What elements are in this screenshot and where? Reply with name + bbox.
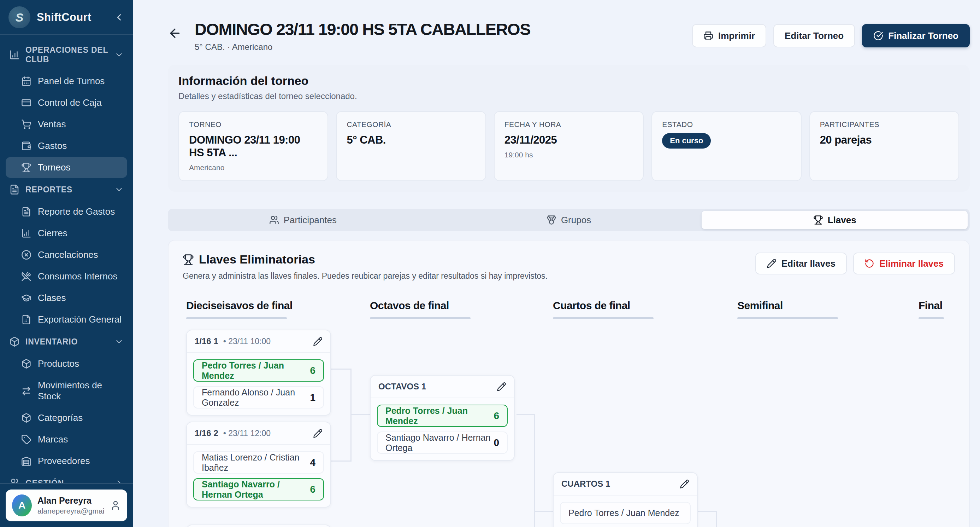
info-card-fecha: FECHA Y HORA 23/11/2025 19:00 hs [494, 111, 644, 181]
edit-tournament-button[interactable]: Editar Torneo [773, 24, 855, 47]
rotate-ccw-icon [864, 259, 874, 268]
printer-icon [703, 31, 713, 41]
nav-section-inventario[interactable]: INVENTARIO [6, 331, 127, 353]
team-score: 4 [310, 457, 315, 468]
team-row[interactable]: Santiago Navarro / Hernan Ortega 0 [377, 431, 508, 454]
team-row-winner[interactable]: Santiago Navarro / Hernan Ortega 6 [193, 478, 324, 500]
sidebar-item-torneos[interactable]: Torneos [6, 157, 127, 178]
bracket-panel: Llaves Eliminatorias Genera y administra… [168, 240, 970, 527]
sidebar-item-marcas[interactable]: Marcas [6, 429, 127, 450]
match-code: 1/16 1 [195, 336, 218, 346]
chevron-down-icon [115, 50, 124, 59]
sidebar-item-productos[interactable]: Productos [6, 353, 127, 374]
team-row-winner[interactable]: Pedro Torres / Juan Mendez 6 [193, 359, 324, 382]
bracket-subtitle: Genera y administra las llaves finales. … [183, 271, 547, 281]
file-text-icon [21, 206, 32, 217]
team-name: Pedro Torres / Juan Mendez [568, 508, 679, 518]
tag-icon [21, 434, 32, 445]
sidebar-item-gastos[interactable]: Gastos [6, 136, 127, 157]
sidebar-item-panel-de-turnos[interactable]: Panel de Turnos [6, 71, 127, 92]
sidebar-item-reporte-de-gastos[interactable]: Reporte de Gastos [6, 201, 127, 222]
nav-section-gestion[interactable]: GESTIÓN [6, 472, 127, 483]
bracket-connector [331, 460, 351, 462]
round-header-dieciseisavos: Dieciseisavos de final [186, 300, 331, 319]
team-row[interactable]: Matias Lorenzo / Cristian Ibañez 4 [193, 451, 324, 474]
delete-bracket-label: Eliminar llaves [879, 258, 943, 269]
round-header-cuartos: Cuartos de final [553, 300, 698, 319]
round-name: Octavos de final [370, 300, 515, 311]
edit-tournament-label: Editar Torneo [784, 30, 844, 42]
edit-match-icon[interactable] [313, 337, 323, 346]
page-header: DOMINGO 23/11 19:00 HS 5TA CABALLEROS 5°… [168, 21, 970, 52]
chevron-down-icon [115, 337, 124, 346]
back-button[interactable] [168, 26, 182, 40]
info-card-label: FECHA Y HORA [504, 120, 633, 129]
match-card-1-16-3: 1/16 3 23/11 10:30 Alan Pereyra / Raul R… [186, 524, 331, 527]
edit-bracket-button[interactable]: Editar llaves [755, 252, 847, 275]
page-title: DOMINGO 23/11 19:00 HS 5TA CABALLEROS [195, 21, 530, 38]
round-header-semifinal: Semifinal [737, 300, 882, 319]
user-email: alanepereyra@gmail.... [37, 507, 105, 515]
check-circle-icon [873, 31, 883, 41]
user-card[interactable]: A Alan Pereyra alanepereyra@gmail.... [6, 490, 127, 521]
sidebar-item-proveedores[interactable]: Proveedores [6, 450, 127, 471]
print-button[interactable]: Imprimir [692, 24, 766, 47]
file-text-icon [9, 184, 20, 195]
tab-llaves[interactable]: Llaves [702, 211, 967, 229]
info-card-torneo: TORNEO DOMINGO 23/11 19:00 HS 5TA ... Am… [178, 111, 328, 181]
sidebar-item-cancelaciones[interactable]: Cancelaciones [6, 244, 127, 265]
nav-section-label: GESTIÓN [25, 479, 64, 484]
sidebar-item-ventas[interactable]: Ventas [6, 114, 127, 135]
pencil-icon [767, 259, 776, 268]
edit-match-icon[interactable] [313, 429, 323, 438]
round-underline [370, 317, 471, 319]
match-card-octavos-1: OCTAVOS 1 Pedro Torres / Juan Mendez 6 S… [370, 375, 515, 461]
sidebar-item-label: Movimientos de Stock [38, 380, 123, 402]
sidebar-item-control-de-caja[interactable]: Control de Caja [6, 92, 127, 113]
sidebar-item-clases[interactable]: Clases [6, 287, 127, 308]
edit-match-icon[interactable] [497, 382, 506, 391]
team-score: 6 [310, 365, 315, 376]
package-icon [21, 413, 32, 423]
bracket-connector [350, 369, 352, 462]
team-row[interactable]: Pedro Torres / Juan Mendez [560, 502, 690, 524]
finish-tournament-button[interactable]: Finalizar Torneo [862, 24, 970, 47]
sidebar-item-consumos-internos[interactable]: Consumos Internos [6, 266, 127, 287]
chevron-down-icon [115, 185, 124, 194]
match-code: OCTAVOS 1 [379, 382, 426, 391]
file-export-icon [21, 315, 32, 325]
wallet-icon [21, 141, 32, 151]
nav-section-reportes[interactable]: REPORTES [6, 179, 127, 201]
sidebar-item-label: Torneos [38, 162, 71, 173]
round-name: Semifinal [737, 300, 882, 311]
sidebar-item-movimientos-de-stock[interactable]: Movimientos de Stock [6, 375, 127, 407]
bracket-connector [534, 511, 554, 512]
team-row[interactable]: Fernando Alonso / Juan Gonzalez 1 [193, 386, 324, 409]
edit-match-icon[interactable] [680, 479, 689, 489]
sidebar-collapse-icon[interactable] [114, 12, 124, 22]
team-score: 1 [310, 392, 315, 403]
utensils-crossed-icon [21, 271, 32, 281]
sidebar-item-label: Panel de Turnos [38, 76, 105, 87]
finish-tournament-label: Finalizar Torneo [888, 30, 958, 42]
sidebar-item-cierres[interactable]: Cierres [6, 223, 127, 244]
user-icon [110, 500, 121, 511]
sidebar-item-label: Control de Caja [38, 97, 102, 108]
tab-participantes[interactable]: Participantes [170, 211, 436, 229]
team-score: 0 [493, 437, 499, 449]
team-name: Santiago Navarro / Hernan Ortega [385, 433, 493, 453]
sidebar-item-categorias[interactable]: Categorías [6, 407, 127, 428]
print-button-label: Imprimir [718, 30, 755, 42]
info-card-value: 23/11/2025 [504, 134, 633, 147]
sidebar: S ShiftCourt OPERACIONES DEL CLUB Panel … [0, 0, 133, 527]
nav-section-operaciones[interactable]: OPERACIONES DEL CLUB [6, 40, 127, 70]
match-code: 1/16 2 [195, 428, 218, 438]
team-row-winner[interactable]: Pedro Torres / Juan Mendez 6 [377, 405, 508, 427]
round-header-final: Final [918, 300, 970, 319]
credit-card-icon [21, 97, 32, 108]
main-content: DOMINGO 23/11 19:00 HS 5TA CABALLEROS 5°… [133, 0, 980, 527]
sidebar-item-exportacion-general[interactable]: Exportación General [6, 309, 127, 330]
nav-section-label: OPERACIONES DEL CLUB [25, 45, 109, 64]
tab-grupos[interactable]: Grupos [436, 211, 702, 229]
delete-bracket-button[interactable]: Eliminar llaves [853, 252, 955, 275]
